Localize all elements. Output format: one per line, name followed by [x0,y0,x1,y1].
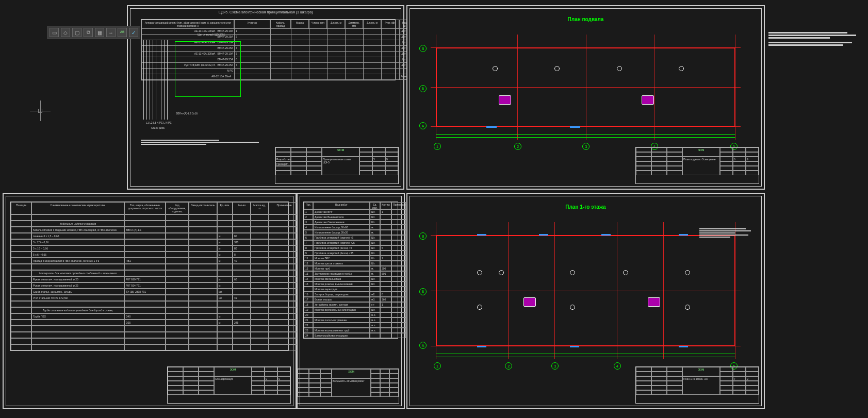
window-segment [570,346,579,347]
bus-label: Щит этажный ЩЭ 3301 [198,33,225,36]
title-block-floor1: ЭОМ План 1-го этажа. ЭО 79 [635,366,759,404]
work-row: 19Монтаж вертикальных электродовШт. [304,307,398,312]
spec-row: сечение 3 x 1,5 – 0,66м80 [11,233,288,239]
schematic-busbar-area [143,40,174,120]
tb-project: ЭОМ [682,367,720,376]
tb-sheet: 5 [372,157,385,161]
sh-type: Тип, марка, обозначение документа, опрос… [124,202,166,214]
tb-project: ЭОМ [322,147,359,157]
sh-mass: Масса ед., кг [251,202,269,214]
stair-fixture [499,95,511,105]
work-row: 22м.п. [304,323,398,328]
hdr-len: Длина, м [327,20,345,29]
plan-basement-area: 1 2 3 4 5 В Б А [431,35,741,140]
spec-row: Рукав металлич. изолированный ø 25 РКГ 9… [11,282,288,289]
tb-drawing: План 1-го этажа. ЭО [682,376,720,395]
tool-poly-icon[interactable]: ◇ [61,28,70,37]
axis-bubble: 4 [614,362,621,370]
outlet [685,270,690,275]
title-block-works: ЭОМ Ведомость объемов работ [297,369,399,404]
wh-pos: Поз. [304,202,313,209]
work-row: 20м.п. [304,312,398,317]
axis-bubble: Б [419,288,427,295]
tb-project: ЭОМ [214,367,252,376]
tb-sheet: 7 [733,376,746,381]
door-segment [486,126,497,128]
title-block-schematic: ЭОМ Разработал Принципиальная схема ЩЭ-5… [275,147,399,184]
spec-row: 3 x 2,5 – 0,66м320 [11,239,288,245]
spec-row: Рукав металлич. изолированный ø 20 РКГ 9… [11,276,288,282]
work-row: 17Вывоз мусорам3.360 [304,297,398,302]
sheet-specification: Позиция Наименование и технические харак… [3,193,297,409]
work-row: 9Пробивка отверстий (бетон) <25Шт. [304,250,398,256]
tool-rect-icon[interactable]: ▭ [50,28,59,37]
spec-section: Трубы стальные водогазопроводные для бор… [11,307,288,313]
axis-bubble: 2 [514,143,521,150]
sh-note: Примечание [269,202,300,214]
axis-bubble: 1 [434,143,441,150]
riser-note: Стояк риса [151,126,165,129]
door-segment [570,126,580,128]
plan-floor1-area: 1 2 3 4 5 В Б А [431,222,741,359]
tb-drawing: Спецификация [214,376,252,395]
tb-sheets: 9 [746,376,759,381]
schematic-title: ЩЭ-5. Схема электрическая принципиальная… [130,10,401,14]
work-row: 21Монтаж полосы в траншеем.п. [304,317,398,323]
tool-dim-icon[interactable]: ↔ [106,28,116,37]
light-fixture [617,66,622,71]
tb-sheet: 9 [265,376,277,381]
floating-toolbar: ▭ ◇ ▢ ⧉ ▦ ↔ ᴬᴮ ✓ [47,26,140,39]
sh-qty: Кол-во [233,202,251,214]
hdr-cp: Pуст, кВт [381,20,399,29]
axis-bubble: А [419,342,427,349]
work-row: 13Затягивание проводов в трубым.506 [304,271,398,276]
tool-check-icon[interactable]: ✓ [129,28,138,37]
hdr-mark: Марка [291,20,309,29]
work-row: 14Монтаж светильниковШт. [304,276,398,281]
spec-section: Кабельные изделия и провода [11,221,288,227]
incoming-cable: ВВГнг-(A)-LS 3x16 [176,112,198,115]
window-segment [477,234,486,236]
sheet-plan-basement: План подвала 1 2 3 4 5 В Б А [406,5,765,190]
schematic-row: BM47-29 25A2Щит квартирный [141,35,395,40]
work-row: 11Монтаж ВРУШт.1 [304,256,398,261]
window-segment [601,234,611,236]
spec-blank [11,344,288,350]
stair-fixture [642,95,654,105]
window-segment [539,234,548,236]
tb-project: ЭОМ [332,369,371,378]
schematic-notes [141,139,272,146]
work-row: 5Изготовление борозд 30х30м. [304,230,398,235]
spec-blank [11,332,288,338]
axis-bubble: В [419,232,427,240]
tb-sheets: 9 [277,376,290,381]
tool-hatch-icon[interactable]: ▦ [95,28,104,37]
wh-unit: Ед. изм. [370,202,380,209]
sh-unit: Ед. изм. [217,202,233,214]
tb-row: Проверил [275,161,291,166]
work-row: 18Устройство заземл. контурак-т1 [304,302,398,307]
outlet [685,305,690,310]
hdr-pipel: Длина, м [363,20,381,29]
sheet-schematic: ЩЭ-5. Схема электрическая принципиальная… [127,5,404,190]
spec-row: Провод с медной жилой в ПВХ оболочке, се… [11,258,288,264]
tool-align-icon[interactable]: ▢ [72,28,81,37]
axis-bubble: 3 [551,362,559,370]
spec-table: Позиция Наименование и технические харак… [10,202,289,351]
light-fixture [679,66,684,71]
sh-code: Код оборудования, изделия, материала [166,202,189,214]
spec-blank [11,326,288,332]
work-row: 16Затирка борозд, штукатуркам2.8 [304,292,398,297]
outlet [623,270,628,275]
work-row: 2Демонтаж ВыключателяШт. [304,214,398,220]
tool-text-icon[interactable]: ᴬᴮ [118,28,127,37]
hdr-cable: Кабель, провод [270,20,291,29]
spec-row: Труба ПВХ D40м [11,313,288,320]
tb-row: Разработал [275,157,291,161]
tool-copy-icon[interactable]: ⧉ [84,28,93,37]
spec-row: Угол стальной 40 x 5, L=2,5м шт49 [11,295,288,301]
spec-row: 5 x 6 – 0,66м8 [11,252,288,258]
tb-sheets: 9 [746,157,759,161]
work-row: 6Пробивка отверстий (кирпич) <5Шт. [304,235,398,240]
hdr-breaker: Аппарат отходящей линии (тип, обозначени… [141,20,234,29]
